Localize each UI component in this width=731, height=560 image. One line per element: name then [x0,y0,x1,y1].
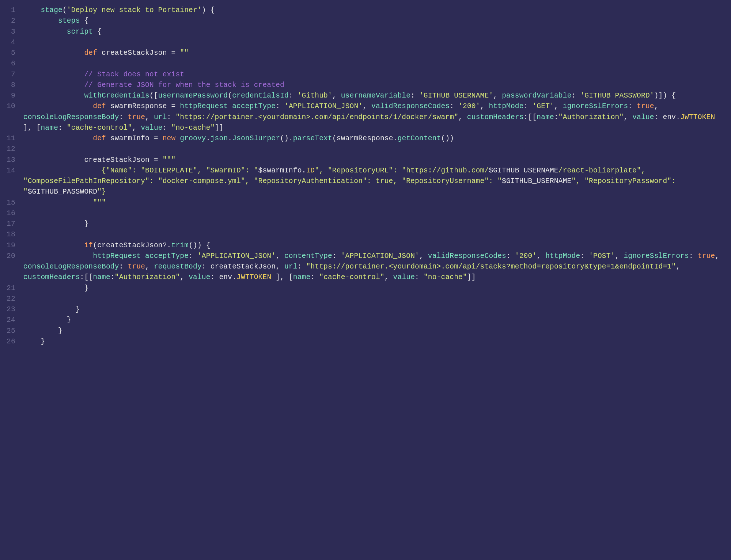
code-line[interactable]: 26 } [0,336,731,347]
code-line[interactable]: 1 stage('Deploy new stack to Portainer')… [0,5,731,16]
code-content[interactable]: } [23,336,731,347]
line-number: 5 [0,48,23,58]
line-number: 9 [0,91,23,101]
line-number: 25 [0,326,23,336]
code-line[interactable]: 16 [0,208,731,219]
line-number: 17 [0,219,23,229]
line-number: 1 [0,5,23,16]
line-number: 2 [0,16,23,26]
code-content[interactable] [23,294,731,304]
code-content[interactable] [23,37,731,48]
code-content[interactable]: def swarmResponse = httpRequest acceptTy… [23,101,731,133]
code-content[interactable]: } [23,219,731,229]
code-line[interactable]: 15 """ [0,198,731,208]
code-content[interactable]: } [23,283,731,294]
code-line[interactable]: 23 } [0,304,731,315]
code-content[interactable]: httpRequest acceptType: 'APPLICATION_JSO… [23,251,731,283]
line-number: 10 [0,101,23,133]
code-content[interactable]: {"Name": "BOILERPLATE", "SwarmID": "$swa… [23,165,731,198]
code-line[interactable]: 17 } [0,219,731,229]
code-line[interactable]: 14 {"Name": "BOILERPLATE", "SwarmID": "$… [0,165,731,198]
code-content[interactable] [23,58,731,69]
code-content[interactable]: if(createStackJson?.trim()) { [23,240,731,251]
code-editor[interactable]: 1 stage('Deploy new stack to Portainer')… [0,5,731,347]
code-content[interactable]: withCredentials([usernamePassword(creden… [23,91,731,101]
code-content[interactable]: } [23,315,731,325]
code-content[interactable]: } [23,304,731,315]
code-line[interactable]: 19 if(createStackJson?.trim()) { [0,240,731,251]
code-content[interactable]: def swarmInfo = new groovy.json.JsonSlur… [23,133,731,144]
code-content[interactable]: } [23,326,731,336]
code-content[interactable]: steps { [23,16,731,26]
line-number: 3 [0,27,23,37]
line-number: 13 [0,155,23,165]
line-number: 11 [0,133,23,144]
line-number: 19 [0,240,23,251]
line-number: 20 [0,251,23,283]
code-line[interactable]: 4 [0,37,731,48]
code-line[interactable]: 6 [0,58,731,69]
code-line[interactable]: 8 // Generate JSON for when the stack is… [0,80,731,91]
code-content[interactable]: script { [23,27,731,37]
code-content[interactable] [23,229,731,240]
code-content[interactable]: stage('Deploy new stack to Portainer') { [23,5,731,16]
line-number: 23 [0,304,23,315]
code-line[interactable]: 24 } [0,315,731,325]
code-content[interactable]: createStackJson = """ [23,155,731,165]
code-line[interactable]: 2 steps { [0,16,731,26]
code-content[interactable]: def createStackJson = "" [23,48,731,58]
line-number: 16 [0,208,23,219]
line-number: 6 [0,58,23,69]
code-content[interactable]: // Stack does not exist [23,69,731,80]
code-line[interactable]: 18 [0,229,731,240]
code-line[interactable]: 10 def swarmResponse = httpRequest accep… [0,101,731,133]
line-number: 8 [0,80,23,91]
code-content[interactable]: """ [23,198,731,208]
code-line[interactable]: 11 def swarmInfo = new groovy.json.JsonS… [0,133,731,144]
line-number: 7 [0,69,23,80]
code-line[interactable]: 22 [0,294,731,304]
code-line[interactable]: 5 def createStackJson = "" [0,48,731,58]
code-content[interactable]: // Generate JSON for when the stack is c… [23,80,731,91]
code-line[interactable]: 21 } [0,283,731,294]
code-line[interactable]: 3 script { [0,27,731,37]
line-number: 12 [0,144,23,155]
code-line[interactable]: 7 // Stack does not exist [0,69,731,80]
line-number: 21 [0,283,23,294]
line-number: 4 [0,37,23,48]
code-content[interactable] [23,144,731,155]
line-number: 18 [0,229,23,240]
line-number: 14 [0,165,23,198]
code-line[interactable]: 9 withCredentials([usernamePassword(cred… [0,91,731,101]
code-line[interactable]: 20 httpRequest acceptType: 'APPLICATION_… [0,251,731,283]
code-line[interactable]: 13 createStackJson = """ [0,155,731,165]
code-line[interactable]: 25 } [0,326,731,336]
line-number: 15 [0,198,23,208]
code-content[interactable] [23,208,731,219]
line-number: 26 [0,336,23,347]
line-number: 24 [0,315,23,325]
line-number: 22 [0,294,23,304]
code-line[interactable]: 12 [0,144,731,155]
